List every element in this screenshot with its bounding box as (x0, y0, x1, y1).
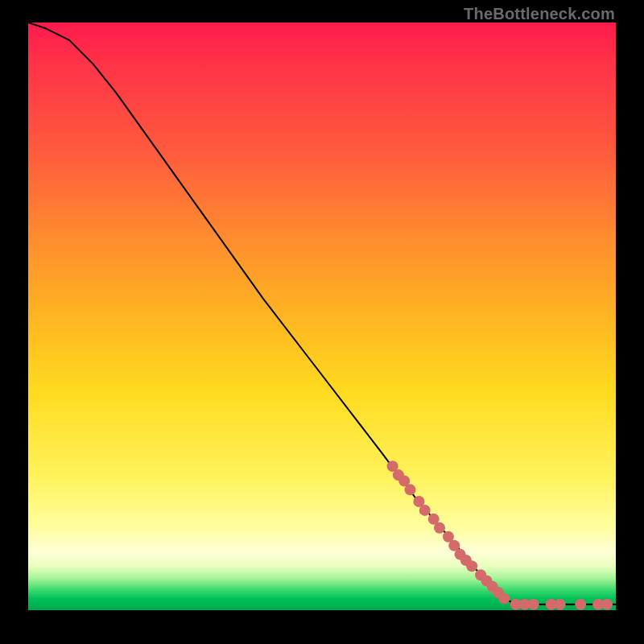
chart-frame: TheBottleneck.com (0, 0, 644, 644)
marker-dot (405, 484, 416, 495)
curve-line (28, 23, 616, 605)
marker-dot (575, 599, 586, 610)
watermark-text: TheBottleneck.com (464, 5, 615, 23)
marker-dots (387, 460, 613, 610)
marker-dot (601, 599, 613, 610)
marker-dot (419, 505, 431, 516)
plot-area (28, 23, 616, 610)
marker-dot (434, 522, 445, 534)
marker-dot (466, 560, 477, 572)
marker-dot (498, 592, 510, 604)
chart-overlay (28, 23, 616, 610)
marker-dot (555, 599, 566, 610)
marker-dot (528, 599, 539, 610)
